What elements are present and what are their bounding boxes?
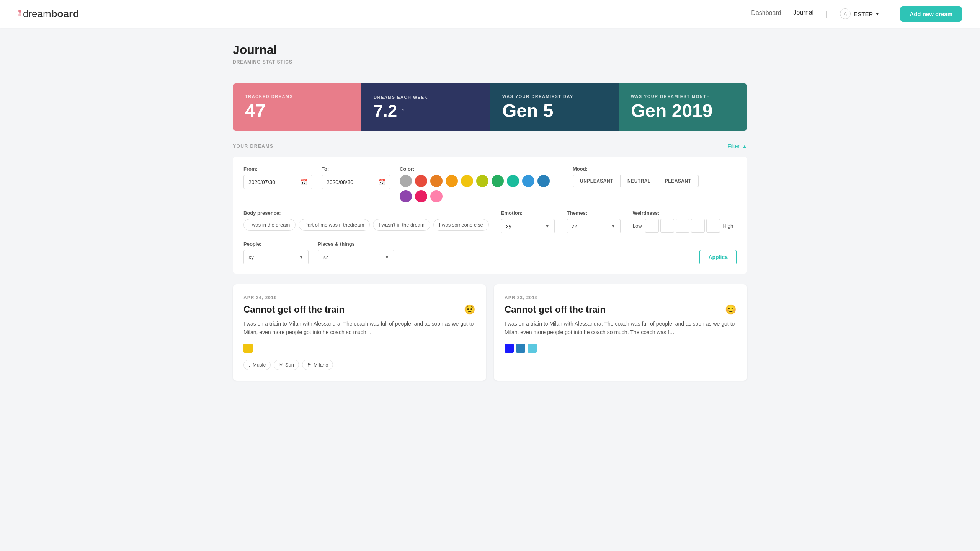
color-swatches xyxy=(400,175,564,202)
emotion-chevron-icon: ▼ xyxy=(545,223,550,229)
color-label: Color: xyxy=(400,166,564,172)
stat-arrow-icon: ↑ xyxy=(401,106,405,116)
color-swatch-3[interactable] xyxy=(446,175,458,187)
stats-grid: TRACKED DREAMS 47 DREAMS EACH WEEK 7.2 ↑… xyxy=(233,83,747,131)
page-title: Journal xyxy=(233,43,747,57)
stat-label-2: DREAMS EACH WEEK xyxy=(374,95,478,99)
color-swatch-1[interactable] xyxy=(415,175,427,187)
body-presence-btn-2[interactable]: I wasn't in the dream xyxy=(373,219,430,231)
logo-dot-top xyxy=(18,10,21,13)
stat-dreamiest-day: WAS YOUR DREAMIEST DAY Gen 5 xyxy=(490,83,619,131)
color-swatch-5[interactable] xyxy=(476,175,488,187)
dream-header: Cannot get off the train 😊 xyxy=(505,304,737,320)
filter-chevron-icon: ▲ xyxy=(742,143,747,149)
body-presence-btn-1[interactable]: Part of me was n thedream xyxy=(299,219,370,231)
add-new-dream-button[interactable]: Add new dream xyxy=(900,6,962,22)
user-avatar-icon: △ xyxy=(840,8,851,19)
page-subtitle: DREAMING STATISTICS xyxy=(233,59,747,65)
places-label: Places & things xyxy=(318,241,394,247)
weirdness-box-4[interactable] xyxy=(691,219,705,233)
themes-dropdown[interactable]: zz ▼ xyxy=(567,219,621,233)
dream-color xyxy=(516,344,525,353)
stat-dreamiest-month: WAS YOUR DREAMIEST MONTH Gen 2019 xyxy=(619,83,747,131)
color-swatch-6[interactable] xyxy=(492,175,504,187)
color-swatch-4[interactable] xyxy=(461,175,473,187)
body-presence-filter: Body presence: I was in the dreamPart of… xyxy=(243,210,489,231)
filter-area: From: 📅 To: 📅 Color: Mood: UNPLEASANT xyxy=(233,157,747,274)
dream-header: Cannot get off the train 😟 xyxy=(243,304,475,320)
to-date-input[interactable] xyxy=(327,179,375,185)
dreams-grid: APR 24, 2019 Cannot get off the train 😟 … xyxy=(233,284,747,381)
stat-dreams-per-week: DREAMS EACH WEEK 7.2 ↑ xyxy=(361,83,490,131)
people-dropdown[interactable]: xy ▼ xyxy=(243,250,309,264)
main-content: Journal DREAMING STATISTICS TRACKED DREA… xyxy=(214,28,766,396)
color-swatch-11[interactable] xyxy=(415,190,427,202)
logo: dreamboard xyxy=(18,8,79,20)
themes-value: zz xyxy=(572,223,577,229)
places-value: zz xyxy=(323,254,328,260)
filter-label: Filter xyxy=(728,143,740,149)
dream-color xyxy=(528,344,537,353)
dream-title: Cannot get off the train xyxy=(243,304,345,315)
from-filter: From: 📅 xyxy=(243,166,312,189)
user-menu[interactable]: △ ESTER ▾ xyxy=(840,8,879,19)
color-swatch-9[interactable] xyxy=(537,175,550,187)
color-swatch-8[interactable] xyxy=(522,175,534,187)
mood-btn-neutral[interactable]: NEUTRAL xyxy=(621,175,658,187)
color-swatch-7[interactable] xyxy=(507,175,519,187)
logo-board: board xyxy=(51,8,79,20)
dream-mood-icon: 😟 xyxy=(464,304,475,315)
weirdness-box-1[interactable] xyxy=(645,219,659,233)
header-divider xyxy=(233,74,747,74)
from-input[interactable]: 📅 xyxy=(243,175,312,189)
body-presence-btn-3[interactable]: I was someone else xyxy=(433,219,489,231)
to-input[interactable]: 📅 xyxy=(322,175,390,189)
weirdness-box-5[interactable] xyxy=(706,219,720,233)
stat-label-1: TRACKED DREAMS xyxy=(245,94,349,99)
dream-date: APR 23, 2019 xyxy=(505,295,737,300)
weirdness-box-3[interactable] xyxy=(676,219,689,233)
from-date-input[interactable] xyxy=(248,179,297,185)
body-presence-btn-0[interactable]: I was in the dream xyxy=(243,219,296,231)
dream-card-0: APR 24, 2019 Cannot get off the train 😟 … xyxy=(233,284,486,381)
dream-tag-1: ☀Sun xyxy=(274,360,299,370)
color-filter: Color: xyxy=(400,166,564,202)
tag-icon: ☀ xyxy=(279,362,283,368)
apply-button[interactable]: Applica xyxy=(699,250,737,264)
tag-label: Milano xyxy=(314,362,328,368)
your-dreams-section-header: YOUR DREAMS Filter ▲ xyxy=(233,143,747,149)
color-swatch-10[interactable] xyxy=(400,190,412,202)
places-dropdown[interactable]: zz ▼ xyxy=(318,250,394,264)
weirdness-low-label: Low xyxy=(633,223,642,229)
weirdness-label: Weirdness: xyxy=(633,210,733,216)
weirdness-box-2[interactable] xyxy=(660,219,674,233)
stat-value-3: Gen 5 xyxy=(502,102,606,120)
nav-journal[interactable]: Journal xyxy=(794,9,813,18)
your-dreams-title: YOUR DREAMS xyxy=(233,143,274,149)
stat-value-inline-2: 7.2 ↑ xyxy=(374,103,478,119)
mood-btn-pleasant[interactable]: PLEASANT xyxy=(658,175,699,187)
emotion-dropdown[interactable]: xy ▼ xyxy=(501,219,555,233)
user-name: ESTER xyxy=(854,11,873,17)
filter-row-3: People: xy ▼ Places & things zz ▼ Applic… xyxy=(243,241,737,264)
themes-filter: Themes: zz ▼ xyxy=(567,210,621,233)
mood-btn-unpleasant[interactable]: UNPLEASANT xyxy=(573,175,621,187)
tag-label: Music xyxy=(253,362,266,368)
people-label: People: xyxy=(243,241,309,247)
dream-colors xyxy=(243,344,475,353)
weirdness-high-label: High xyxy=(723,223,733,229)
user-chevron-icon: ▾ xyxy=(876,10,879,17)
stat-value-1: 47 xyxy=(245,102,349,120)
color-swatch-12[interactable] xyxy=(430,190,443,202)
mood-label: Mood: xyxy=(573,166,737,172)
main-nav: Dashboard Journal | △ ESTER ▾ Add new dr… xyxy=(751,6,962,22)
logo-dot-bottom xyxy=(18,13,21,16)
themes-chevron-icon: ▼ xyxy=(611,223,616,229)
filter-button[interactable]: Filter ▲ xyxy=(728,143,747,149)
weirdness-group: Low High xyxy=(633,219,733,233)
color-swatch-2[interactable] xyxy=(430,175,443,187)
color-swatch-0[interactable] xyxy=(400,175,412,187)
dream-tags: ♩Music☀Sun⚑Milano xyxy=(243,360,475,370)
nav-dashboard[interactable]: Dashboard xyxy=(751,10,781,18)
emotion-filter: Emotion: xy ▼ xyxy=(501,210,555,233)
